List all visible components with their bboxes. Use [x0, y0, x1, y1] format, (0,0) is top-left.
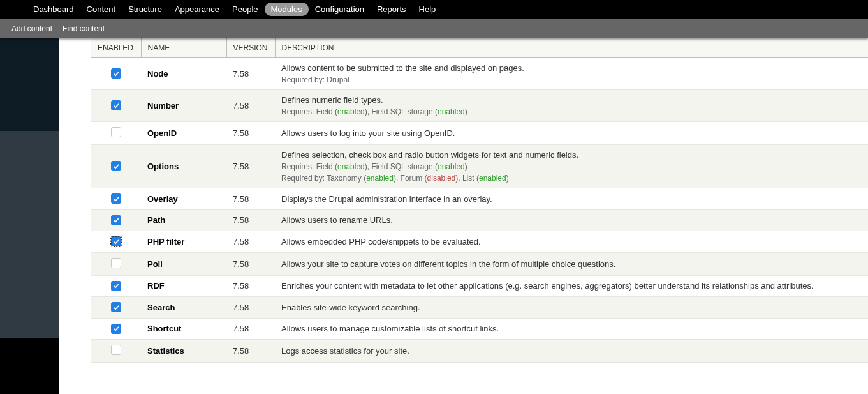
- module-version: 7.58: [226, 318, 275, 340]
- module-description: Allows content to be submitted to the si…: [275, 58, 868, 90]
- shortcut-add-content[interactable]: Add content: [6, 21, 57, 36]
- table-row: Node7.58Allows content to be submitted t…: [91, 58, 868, 90]
- sidebar-block: [0, 338, 59, 394]
- modules-table: ENABLED NAME VERSION DESCRIPTION Node7.5…: [91, 38, 868, 363]
- module-description: Defines selection, check box and radio b…: [275, 145, 868, 188]
- module-description: Enables site-wide keyword searching.: [275, 297, 868, 319]
- module-description: Allows your site to capture votes on dif…: [275, 252, 868, 275]
- col-description[interactable]: DESCRIPTION: [275, 38, 868, 58]
- table-row: Overlay7.58Displays the Drupal administr…: [91, 188, 868, 210]
- module-name: Node: [141, 58, 226, 90]
- table-row: OpenID7.58Allows users to log into your …: [91, 122, 868, 145]
- toolbar-item-modules[interactable]: Modules: [265, 3, 309, 16]
- module-name: Options: [141, 145, 226, 188]
- enable-checkbox[interactable]: [111, 215, 121, 225]
- module-version: 7.58: [226, 297, 275, 319]
- module-version: 7.58: [226, 90, 275, 122]
- module-version: 7.58: [226, 209, 275, 231]
- module-name: OpenID: [141, 122, 226, 145]
- enable-checkbox[interactable]: [111, 127, 121, 137]
- toolbar-item-structure[interactable]: Structure: [122, 1, 168, 17]
- enable-checkbox[interactable]: [111, 236, 121, 246]
- module-description: Allows users to log into your site using…: [275, 122, 868, 145]
- enable-checkbox[interactable]: [111, 281, 121, 291]
- shortcut-toolbar: Add contentFind content: [0, 19, 868, 38]
- table-row: Statistics7.58Logs access statistics for…: [91, 340, 868, 363]
- module-description: Logs access statistics for your site.: [275, 340, 868, 363]
- enable-checkbox[interactable]: [111, 345, 121, 355]
- shortcut-find-content[interactable]: Find content: [57, 21, 110, 36]
- enable-checkbox[interactable]: [111, 324, 121, 334]
- toolbar-item-configuration[interactable]: Configuration: [309, 1, 371, 17]
- module-version: 7.58: [226, 122, 275, 145]
- module-description: Defines numeric field types.Requires: Fi…: [275, 90, 868, 122]
- module-version: 7.58: [226, 275, 275, 297]
- module-version: 7.58: [226, 145, 275, 188]
- module-version: 7.58: [226, 188, 275, 210]
- table-row: Number7.58Defines numeric field types.Re…: [91, 90, 868, 122]
- table-row: Options7.58Defines selection, check box …: [91, 145, 868, 188]
- toolbar-item-people[interactable]: People: [226, 1, 264, 17]
- toolbar-item-dashboard[interactable]: Dashboard: [27, 1, 80, 17]
- enable-checkbox[interactable]: [111, 258, 121, 268]
- module-name: Statistics: [141, 340, 226, 363]
- table-row: Search7.58Enables site-wide keyword sear…: [91, 297, 868, 319]
- module-name: Path: [141, 209, 226, 231]
- toolbar-item-content[interactable]: Content: [80, 1, 122, 17]
- table-row: Poll7.58Allows your site to capture vote…: [91, 252, 868, 275]
- module-description: Displays the Drupal administration inter…: [275, 188, 868, 210]
- col-version[interactable]: VERSION: [226, 38, 275, 58]
- admin-toolbar: DashboardContentStructureAppearancePeopl…: [0, 0, 868, 19]
- table-row: Path7.58Allows users to rename URLs.: [91, 209, 868, 231]
- module-description: Allows users to manage customizable list…: [275, 318, 868, 340]
- toolbar-item-help[interactable]: Help: [413, 1, 443, 17]
- module-description: Allows embedded PHP code/snippets to be …: [275, 231, 868, 253]
- module-name: Shortcut: [141, 318, 226, 340]
- module-description: Enriches your content with metadata to l…: [275, 275, 868, 297]
- toolbar-item-reports[interactable]: Reports: [371, 1, 413, 17]
- module-version: 7.58: [226, 252, 275, 275]
- module-name: PHP filter: [141, 231, 226, 253]
- home-icon[interactable]: [6, 4, 19, 15]
- table-row: Shortcut7.58Allows users to manage custo…: [91, 318, 868, 340]
- sidebar-block: [0, 38, 59, 131]
- enable-checkbox[interactable]: [111, 100, 121, 110]
- enable-checkbox[interactable]: [111, 68, 121, 79]
- module-name: Search: [141, 297, 226, 319]
- module-version: 7.58: [226, 231, 275, 253]
- module-name: RDF: [141, 275, 226, 297]
- main-content: ENABLED NAME VERSION DESCRIPTION Node7.5…: [59, 38, 868, 394]
- module-version: 7.58: [226, 58, 275, 90]
- module-description: Allows users to rename URLs.: [275, 209, 868, 231]
- module-name: Overlay: [141, 188, 226, 210]
- sidebar-block: [0, 131, 59, 338]
- enable-checkbox[interactable]: [111, 161, 121, 171]
- col-name[interactable]: NAME: [141, 38, 226, 58]
- enable-checkbox[interactable]: [111, 193, 121, 204]
- module-name: Poll: [141, 252, 226, 275]
- enable-checkbox[interactable]: [111, 302, 121, 312]
- left-sidebar: [0, 38, 59, 394]
- col-enabled[interactable]: ENABLED: [91, 38, 141, 58]
- toolbar-item-appearance[interactable]: Appearance: [168, 1, 226, 17]
- table-row: PHP filter7.58Allows embedded PHP code/s…: [91, 231, 868, 253]
- module-name: Number: [141, 90, 226, 122]
- table-row: RDF7.58Enriches your content with metada…: [91, 275, 868, 297]
- module-version: 7.58: [226, 340, 275, 363]
